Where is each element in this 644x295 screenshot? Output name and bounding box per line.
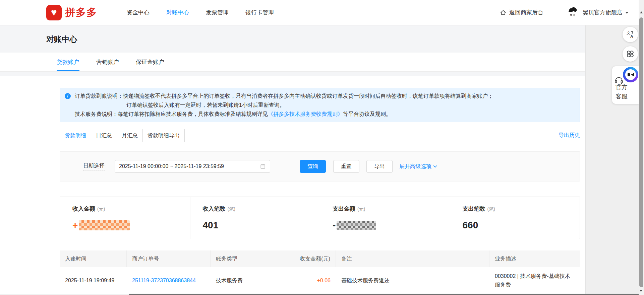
page-right-gutter bbox=[585, 25, 639, 295]
col-business-desc: 业务描述 bbox=[489, 250, 580, 267]
notice-line-2: 订单确认签收后入账有一定延时，若暂未到账请1小时后重新查询。 bbox=[65, 100, 574, 109]
notice-line-1: 订单货款到账说明：快递物流签收不代表拼多多平台上的订单签收，只有当消费者在拼多多… bbox=[65, 91, 574, 100]
pinduoduo-logo-icon: ♥ bbox=[46, 5, 62, 20]
scrollbar-down-arrow[interactable] bbox=[640, 290, 642, 292]
detail-tabbar: 货款明细 日汇总 月汇总 货款明细导出 导出历史 bbox=[60, 129, 580, 142]
apps-grid-button[interactable] bbox=[623, 46, 638, 62]
back-to-merchant-console-link[interactable]: 返回商家后台 bbox=[500, 9, 543, 16]
top-header: ♥ 拼多多 资金中心 对账中心 发票管理 银行卡管理 返回商家后台 翼贝 翼贝官… bbox=[0, 0, 639, 25]
chevron-down-icon bbox=[433, 165, 437, 168]
stats-card: 收入金额(元) + 收入笔数(笔) 401 支出金额(元) - 支出笔数(笔) … bbox=[60, 197, 580, 239]
header-divider bbox=[555, 8, 555, 17]
tab-deposit-account[interactable]: 保证金账户 bbox=[136, 53, 164, 71]
transactions-table: 入账时间 商户订单号 账务类型 收支金额(元) 备注 业务描述 2025-11-… bbox=[60, 250, 580, 294]
page-title: 对账中心 bbox=[46, 34, 77, 45]
store-dropdown-caret-icon[interactable] bbox=[625, 12, 629, 14]
cell-business-desc: 0030002 | 技术服务费-基础技术服务费 bbox=[489, 267, 580, 294]
export-history-link[interactable]: 导出历史 bbox=[559, 132, 580, 139]
filter-panel: 日期选择 2025-11-19 00:00:00 ~ 2025-11-19 23… bbox=[60, 151, 580, 181]
masked-expense-amount bbox=[337, 221, 376, 230]
cell-entry-time: 2025-11-19 19:09:49 bbox=[60, 267, 127, 294]
date-select-label: 日期选择 bbox=[83, 162, 105, 170]
col-remark: 备注 bbox=[336, 250, 489, 267]
top-nav: 资金中心 对账中心 发票管理 银行卡管理 bbox=[127, 9, 274, 16]
stat-expense-count: 支出笔数(笔) 660 bbox=[450, 197, 580, 239]
apps-grid-icon bbox=[626, 50, 635, 58]
col-merchant-order-no: 商户订单号 bbox=[127, 250, 211, 267]
main-content-card: i 订单货款到账说明：快递物流签收不代表拼多多平台上的订单签收，只有当消费者在拼… bbox=[0, 76, 585, 295]
col-amount: 收支金额(元) bbox=[270, 250, 336, 267]
vertical-scrollbar-thumb[interactable] bbox=[639, 17, 643, 287]
date-range-input[interactable]: 2025-11-19 00:00:00 ~ 2025-11-19 23:59:5… bbox=[115, 160, 270, 173]
reset-button[interactable]: 重置 bbox=[333, 160, 359, 173]
tab-payment-detail[interactable]: 货款明细 bbox=[60, 129, 91, 142]
nav-reconciliation-center[interactable]: 对账中心 bbox=[166, 9, 189, 16]
calendar-icon bbox=[260, 163, 266, 169]
translate-button[interactable]: 文 A bbox=[623, 27, 638, 42]
service-label-line1: 官方 bbox=[616, 83, 629, 91]
stat-income-count: 收入笔数(笔) 401 bbox=[190, 197, 320, 239]
query-button[interactable]: 查询 bbox=[300, 160, 326, 173]
store-name[interactable]: 翼贝官方旗舰店 bbox=[583, 9, 623, 16]
scrollbar-up-arrow[interactable] bbox=[640, 11, 643, 13]
account-tabbar: 货款账户 营销账户 保证金账户 bbox=[0, 53, 585, 72]
stat-income-amount: 收入金额(元) + bbox=[60, 197, 190, 239]
cell-account-type: 技术服务费 bbox=[211, 267, 270, 294]
tab-monthly-summary[interactable]: 月汇总 bbox=[117, 129, 143, 142]
export-button[interactable]: 导出 bbox=[366, 160, 393, 173]
store-avatar[interactable]: 翼贝 bbox=[567, 6, 579, 20]
translate-icon: 文 A bbox=[626, 30, 635, 39]
notice-banner: i 订单货款到账说明：快递物流签收不代表拼多多平台上的订单签收，只有当消费者在拼… bbox=[60, 88, 580, 122]
horizontal-scrollbar[interactable] bbox=[0, 294, 639, 295]
nav-funds-center[interactable]: 资金中心 bbox=[127, 9, 150, 16]
nav-invoice-management[interactable]: 发票管理 bbox=[206, 9, 229, 16]
masked-income-amount bbox=[79, 220, 130, 230]
table-row: 2025-11-19 19:09:49 251119-3723703688638… bbox=[60, 267, 580, 294]
tab-daily-summary[interactable]: 日汇总 bbox=[91, 129, 117, 142]
tab-marketing-account[interactable]: 营销账户 bbox=[96, 53, 119, 71]
svg-text:A: A bbox=[630, 34, 633, 39]
order-number-link[interactable]: 251119-372370368863844 bbox=[132, 276, 196, 285]
info-icon: i bbox=[65, 93, 71, 99]
col-account-type: 账务类型 bbox=[211, 250, 270, 267]
logo-wordmark: 拼多多 bbox=[65, 6, 97, 19]
nav-bankcard-management[interactable]: 银行卡管理 bbox=[245, 9, 274, 16]
cell-amount: +0.06 bbox=[270, 267, 336, 294]
tab-goods-payment-account[interactable]: 货款账户 bbox=[57, 53, 79, 71]
pinduoduo-logo[interactable]: ♥ 拼多多 bbox=[46, 5, 97, 20]
cell-remark: 基础技术服务费返还 bbox=[336, 267, 489, 294]
fee-rules-link[interactable]: 《拼多多技术服务费收费规则》 bbox=[268, 111, 343, 117]
ai-assistant-icon[interactable] bbox=[623, 67, 638, 82]
horizontal-scrollbar-thumb[interactable] bbox=[129, 294, 639, 295]
tab-payment-detail-export[interactable]: 货款明细导出 bbox=[143, 129, 185, 142]
vertical-scrollbar[interactable] bbox=[639, 0, 644, 295]
notice-line-3: 技术服务费说明：每笔订单将扣除相应技术服务费，具体收费标准及结算规则详见《拼多多… bbox=[65, 109, 574, 119]
home-icon bbox=[500, 9, 507, 16]
table-header-row: 入账时间 商户订单号 账务类型 收支金额(元) 备注 业务描述 bbox=[60, 250, 580, 267]
service-label-line2: 客服 bbox=[616, 92, 629, 100]
stat-expense-amount: 支出金额(元) - bbox=[320, 197, 450, 239]
col-entry-time: 入账时间 bbox=[60, 250, 127, 267]
expand-advanced-options-link[interactable]: 展开高级选项 bbox=[399, 163, 437, 170]
